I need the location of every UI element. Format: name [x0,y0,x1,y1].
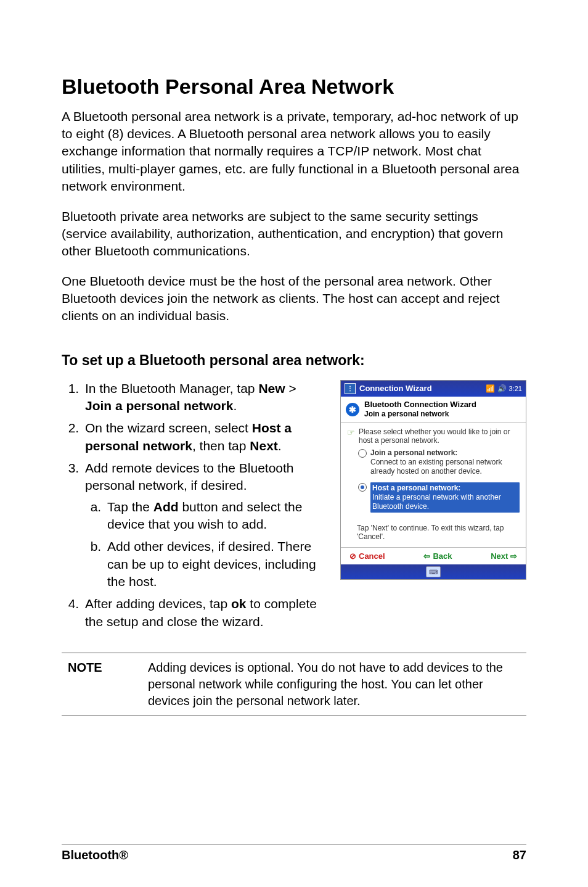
step-4-text-a: After adding devices, tap [85,596,231,611]
keyboard-icon[interactable]: ⌨ [426,566,441,577]
step-3a: Tap the Add button and select the device… [105,498,325,534]
system-tray: 📶 🔊 3:21 [486,384,522,393]
sound-icon: 🔊 [497,384,507,393]
step-2-bold-next: Next [250,439,278,453]
device-bottombar: ⌨ [341,564,526,579]
section-subheading: To set up a Bluetooth personal area netw… [62,352,526,369]
wizard-title: Bluetooth Connection Wizard [364,400,476,409]
step-2-text-a: On the wizard screen, select [85,421,252,435]
step-1-text-a: In the Bluetooth Manager, tap [85,381,258,395]
bluetooth-icon: ✱ [346,403,359,416]
prompt-text: Please select whether you would like to … [359,427,520,445]
radio-icon [358,449,367,458]
step-3a-bold-add: Add [153,500,179,514]
step-3b: Add other devices, if desired. There can… [105,538,325,590]
wizard-subtitle: Join a personal network [364,410,449,418]
step-4-bold-ok: ok [231,596,247,611]
footer-rule [62,844,526,844]
note-box: NOTE Adding devices is optional. You do … [62,653,526,716]
step-4: After adding devices, tap ok to complete… [83,595,325,630]
step-3: Add remote devices to the Bluetooth pers… [83,460,325,590]
step-3a-text-a: Tap the [107,500,153,514]
device-titlebar: ⋮ Connection Wizard 📶 🔊 3:21 [341,381,526,397]
step-2-text-c: , then tap [192,439,250,453]
app-icon: ⋮ [345,383,356,394]
step-1: In the Bluetooth Manager, tap New > Join… [83,380,325,415]
wizard-header: ✱ Bluetooth Connection Wizard Join a per… [341,397,526,423]
footer-page-number: 87 [513,848,526,862]
footer-chapter: Bluetooth® [62,848,128,862]
wizard-prompt: ☞ Please select whether you would like t… [347,427,520,445]
document-page: Bluetooth Personal Area Network A Blueto… [0,0,588,887]
option-join-desc: Connect to an existing personal network … [370,458,502,476]
step-3-text: Add remote devices to the Bluetooth pers… [85,461,294,492]
radio-icon [358,483,367,492]
option-join-title: Join a personal network: [370,448,520,458]
page-title: Bluetooth Personal Area Network [62,74,526,99]
paragraph-2: Bluetooth private area networks are subj… [62,208,526,260]
signal-icon: 📶 [486,384,495,393]
titlebar-title: Connection Wizard [359,384,432,393]
step-1-text-e: . [233,398,237,413]
device-screenshot: ⋮ Connection Wizard 📶 🔊 3:21 ✱ Bluetooth… [340,380,526,580]
clock-text: 3:21 [509,385,522,392]
step-2-text-e: . [278,439,282,453]
option-host-title: Host a personal network: [372,484,518,493]
wizard-button-bar: Cancel Back Next [341,547,526,564]
radio-option-join[interactable]: Join a personal network: Connect to an e… [358,448,520,476]
wizard-footnote: Tap 'Next' to continue. To exit this wiz… [341,521,526,547]
paragraph-1: A Bluetooth personal area network is a p… [62,108,526,196]
next-button[interactable]: Next [491,551,517,561]
step-1-text-c: > [285,381,296,395]
cancel-button[interactable]: Cancel [349,551,385,561]
step-1-bold-join: Join a personal network [85,398,233,413]
paragraph-3: One Bluetooth device must be the host of… [62,273,526,325]
page-footer: Bluetooth® 87 [62,819,526,862]
note-label: NOTE [62,659,129,709]
steps-column: In the Bluetooth Manager, tap New > Join… [62,380,325,635]
hand-icon: ☞ [347,427,355,445]
step-1-bold-new: New [258,381,285,395]
back-button[interactable]: Back [423,551,452,561]
note-text: Adding devices is optional. You do not h… [148,659,526,709]
option-host-desc: Initiate a personal network with another… [372,493,501,511]
step-2: On the wizard screen, select Host a pers… [83,419,325,455]
radio-option-host[interactable]: Host a personal network: Initiate a pers… [358,482,520,513]
